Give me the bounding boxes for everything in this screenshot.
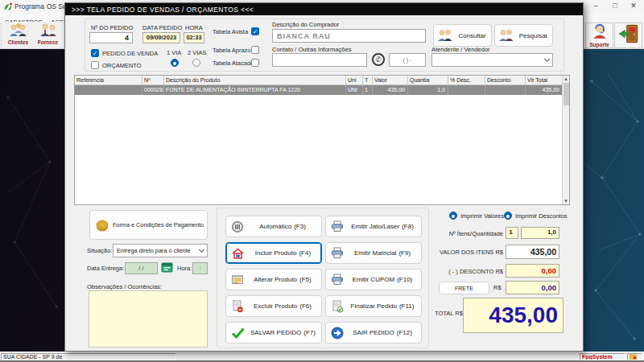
printer-icon (331, 274, 344, 286)
toolbar-caption: Clientes (4, 39, 32, 45)
suppliers-icon (39, 23, 58, 37)
button-label: SALVAR PEDIDO(F7) (245, 329, 321, 336)
scroll-up-icon[interactable]: ▲ (563, 76, 569, 82)
sales-order-window: >>> TELA PEDIDO DE VENDAS / ORÇAMENTOS <… (64, 2, 584, 352)
payment-terms-label: Forma e Condições de Pagamento (109, 221, 207, 228)
via2-label: 2 VIAS (188, 49, 206, 56)
consult-button[interactable]: Consultar (433, 24, 492, 47)
table-avista-checkbox[interactable] (251, 27, 259, 35)
attendant-dropdown[interactable] (431, 53, 553, 67)
button-label: Emitir CUPOM(F10) (344, 276, 421, 283)
save-check-icon (231, 327, 245, 339)
sale-checkbox[interactable] (91, 49, 99, 57)
notes-label: Observações / Ocorrências: (87, 283, 162, 290)
order-number-field[interactable]: 4 (89, 32, 133, 43)
print-inkjet-button[interactable]: Emitir Jato/Laser(F8) (325, 216, 422, 237)
scroll-down-icon[interactable]: ▼ (563, 198, 569, 204)
table-atacado-label: Tabela Atacado (213, 60, 254, 67)
exit-door-icon (618, 23, 639, 44)
include-product-button[interactable]: Incluir Produto(F4) (225, 242, 322, 264)
people-icon (437, 29, 453, 42)
toolbar-button-exit[interactable] (614, 23, 642, 48)
button-label: Finalizar Pedido(F11) (344, 302, 421, 310)
situation-dropdown[interactable]: Entrega direto para o cliente (113, 244, 208, 257)
edit-product-button[interactable]: Alterar Produto(F5) (225, 269, 322, 290)
col-desc-pct: % Desc. (448, 76, 485, 84)
phone-field[interactable]: ( ) - (389, 53, 426, 67)
toolbar-button-fornecedores[interactable]: Fornece (34, 23, 62, 48)
items-value-label: VALOR DOS ITENS R$ (437, 249, 503, 256)
buyer-label: Descrição do Comprador (272, 21, 339, 28)
toolbar-button-clientes[interactable]: Clientes (4, 23, 32, 48)
scroll-thumb[interactable] (564, 83, 569, 105)
finalize-order-button[interactable]: Finalizar Pedido(F11) (325, 295, 422, 317)
print-discounts-radio[interactable] (504, 212, 512, 220)
button-label: Emitir Jato/Laser(F8) (344, 223, 421, 230)
finalize-document-icon (331, 300, 344, 313)
delivery-date-field[interactable]: / / (125, 262, 158, 274)
print-coupon-button[interactable]: Emitir CUPOM(F10) (325, 269, 422, 290)
via1-radio[interactable] (171, 59, 179, 67)
contact-label: Contato / Outras Informações (272, 46, 351, 53)
print-matrix-button[interactable]: Emitir Matricial(F9) (325, 242, 422, 264)
freight-field[interactable]: 0,00 (506, 281, 559, 294)
items-count-label: Nº Ítens/Quantidade (442, 230, 503, 237)
close-button[interactable]: ✕ (627, 1, 640, 11)
table-row-selected[interactable]: 000028 FONTE DE ALIMENTAÇÃO ININTERRUPTA… (75, 85, 562, 95)
total-field: 435,00 (463, 298, 564, 333)
freight-button[interactable]: FRETE (439, 282, 489, 294)
discount-label: ( - ) DESCONTO R$ (442, 268, 503, 275)
chevron-down-icon (544, 56, 550, 61)
items-value-field: 435,00 (506, 245, 559, 259)
search-button[interactable]: Pesquisar (494, 24, 553, 47)
table-header: Referencia Nº Descrição do Produto Uni T… (75, 76, 562, 85)
hour-label: Hora: (177, 265, 192, 272)
sale-checkbox-label: PEDIDO DE VENDA (102, 50, 158, 57)
print-values-radio[interactable] (449, 212, 457, 220)
discount-field[interactable]: 0,00 (506, 264, 559, 278)
quote-checkbox[interactable] (91, 61, 99, 69)
button-label: Excluir Produto(F6) (244, 302, 321, 310)
maximize-button[interactable]: □ (609, 1, 621, 11)
whatsapp-icon[interactable]: ✆ (372, 53, 385, 66)
people-icon (498, 29, 514, 42)
save-order-button[interactable]: SALVAR PEDIDO(F7) (225, 322, 322, 343)
automatic-button[interactable]: Automático(F3) (225, 216, 322, 237)
via2-radio[interactable] (192, 59, 200, 67)
time-label: HORA (185, 24, 203, 31)
buyer-field[interactable]: BIANCA RAU (272, 29, 426, 43)
payment-terms-button[interactable]: Forma e Condições de Pagamento (89, 210, 208, 240)
order-number-label: Nº DO PEDIDO (91, 24, 133, 31)
app-logo-icon (3, 2, 13, 11)
items-quantity-field: 1,0 (521, 227, 559, 239)
status-app-icon (630, 354, 637, 360)
window-titlebar[interactable]: >>> TELA PEDIDO DE VENDAS / ORÇAMENTOS <… (65, 3, 583, 15)
table-aprazo-checkbox[interactable] (251, 46, 259, 54)
toolbar-button-suporte[interactable]: Suporte (585, 23, 613, 48)
col-valor: Valor (373, 76, 408, 84)
total-label: TOTAL R$ (435, 310, 463, 317)
button-label: Automático(F3) (244, 223, 321, 230)
col-quantia: Quantia (408, 76, 448, 84)
contact-field[interactable] (272, 53, 367, 67)
products-table[interactable]: Referencia Nº Descrição do Produto Uni T… (74, 75, 570, 205)
time-field[interactable]: 02:33 (184, 32, 204, 43)
status-city: SUA CIDADE - SP 9 de (1, 353, 176, 360)
calendar-icon[interactable] (161, 261, 173, 277)
notes-textarea[interactable] (89, 290, 208, 348)
support-icon (591, 23, 609, 39)
automatic-icon (231, 220, 244, 233)
order-date-label: DATA PEDIDO (142, 24, 182, 31)
vertical-scrollbar[interactable]: ▲ ▼ (562, 76, 569, 204)
window-title: >>> TELA PEDIDO DE VENDAS / ORÇAMENTOS <… (72, 6, 254, 14)
freight-button-label: FRETE (440, 286, 489, 291)
hour-field[interactable]: : (192, 262, 208, 274)
order-date-field[interactable]: 09/09/2023 (142, 32, 180, 43)
table-atacado-checkbox[interactable] (251, 59, 259, 67)
delete-product-button[interactable]: Excluir Produto(F6) (225, 295, 322, 317)
minimize-button[interactable]: – (589, 1, 602, 11)
delete-product-icon (231, 300, 244, 313)
button-label: Incluir Produto(F4) (245, 249, 321, 257)
exit-order-button[interactable]: SAIR PEDIDO(F12) (325, 322, 422, 343)
col-t: T (363, 76, 373, 84)
